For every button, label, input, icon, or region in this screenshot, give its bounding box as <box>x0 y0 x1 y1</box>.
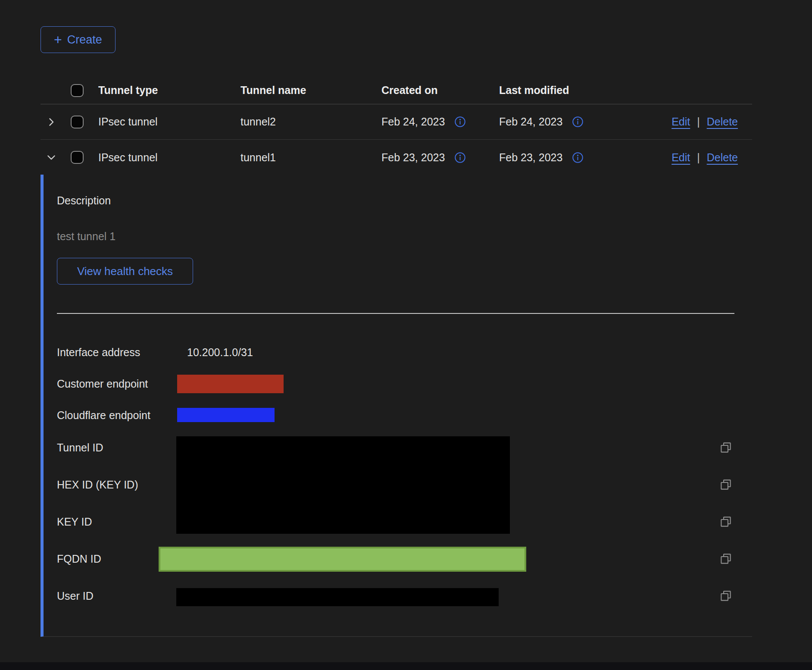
cloudflare-endpoint-label: Cloudflare endpoint <box>57 409 150 422</box>
select-all-checkbox[interactable] <box>71 84 84 97</box>
tunnel-type-cell: IPsec tunnel <box>92 151 234 164</box>
created-on-value: Feb 23, 2023 <box>381 151 445 164</box>
hex-id-label: HEX ID (KEY ID) <box>57 478 138 491</box>
fqdn-id-redaction <box>159 547 526 572</box>
header-tunnel-name: Tunnel name <box>234 84 375 97</box>
user-id-redaction <box>176 588 499 606</box>
details-divider <box>57 313 734 314</box>
edit-link[interactable]: Edit <box>671 151 690 164</box>
header-tunnel-type: Tunnel type <box>92 84 234 97</box>
view-health-checks-button[interactable]: View health checks <box>57 258 193 285</box>
copy-icon[interactable] <box>718 440 733 455</box>
tunnel-type-cell: IPsec tunnel <box>92 116 234 128</box>
customer-endpoint-label: Customer endpoint <box>57 377 148 390</box>
last-modified-value: Feb 24, 2023 <box>499 116 562 128</box>
description-value: test tunnel 1 <box>57 230 116 243</box>
chevron-right-icon[interactable] <box>45 116 57 128</box>
description-label: Description <box>57 194 111 207</box>
fqdn-id-label: FQDN ID <box>57 552 101 565</box>
row-checkbox[interactable] <box>71 151 84 164</box>
ids-redaction-block <box>176 436 510 534</box>
delete-link[interactable]: Delete <box>707 151 738 164</box>
table-row: IPsec tunnel tunnel1 Feb 23, 2023 Feb 23… <box>41 140 752 175</box>
create-button-label: Create <box>67 33 102 47</box>
edit-link[interactable]: Edit <box>671 116 690 128</box>
copy-icon[interactable] <box>718 514 733 529</box>
copy-icon[interactable] <box>718 551 733 566</box>
copy-icon[interactable] <box>718 589 733 603</box>
copy-icon[interactable] <box>718 477 733 492</box>
created-on-value: Feb 24, 2023 <box>381 116 445 128</box>
header-created-on: Created on <box>375 84 493 97</box>
bottom-strip <box>0 662 812 670</box>
tunnel-name-cell: tunnel1 <box>234 151 375 164</box>
info-circle-icon[interactable] <box>454 152 466 163</box>
info-circle-icon[interactable] <box>572 116 584 128</box>
last-modified-value: Feb 23, 2023 <box>499 151 562 164</box>
actions-separator: | <box>697 151 700 164</box>
table-header-row: Tunnel type Tunnel name Created on Last … <box>41 77 752 104</box>
table-row: IPsec tunnel tunnel2 Feb 24, 2023 Feb 24… <box>41 104 752 140</box>
info-circle-icon[interactable] <box>572 152 584 163</box>
tunnels-table: Tunnel type Tunnel name Created on Last … <box>41 77 752 175</box>
user-id-label: User ID <box>57 589 94 602</box>
plus-icon: + <box>54 33 62 47</box>
create-button[interactable]: + Create <box>41 26 116 53</box>
chevron-down-icon[interactable] <box>45 151 57 163</box>
interface-address-label: Interface address <box>57 346 140 359</box>
tunnel-name-cell: tunnel2 <box>234 116 375 128</box>
actions-separator: | <box>697 116 700 128</box>
cloudflare-endpoint-redaction <box>177 408 275 422</box>
tunnel-id-label: Tunnel ID <box>57 441 103 454</box>
key-id-label: KEY ID <box>57 515 92 528</box>
tunnels-page: + Create Tunnel type Tunnel name Created… <box>0 0 812 670</box>
info-circle-icon[interactable] <box>454 116 466 128</box>
header-last-modified: Last modified <box>493 84 752 97</box>
delete-link[interactable]: Delete <box>707 116 738 128</box>
customer-endpoint-redaction <box>177 375 284 393</box>
tunnel-details-panel: Description test tunnel 1 View health ch… <box>41 175 752 637</box>
interface-address-value: 10.200.1.0/31 <box>187 346 253 359</box>
row-checkbox[interactable] <box>71 116 84 128</box>
